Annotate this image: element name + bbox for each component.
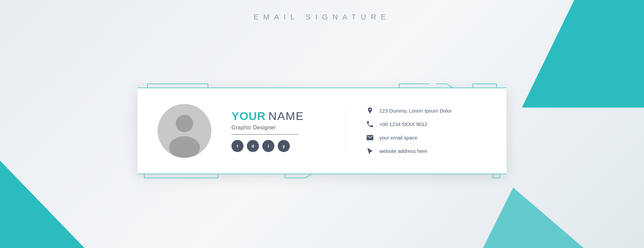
contact-website: website address here xyxy=(366,147,486,155)
top-border-decoration xyxy=(138,82,506,94)
email-icon xyxy=(366,133,374,141)
teal-shape-bottom-right xyxy=(483,188,584,248)
address-text: 123 Dummy, Lorem Ipsum Dolor xyxy=(379,108,452,114)
location-icon xyxy=(366,107,374,115)
social-dribbble-button[interactable]: d xyxy=(247,140,259,152)
phone-icon xyxy=(366,120,374,128)
vertical-divider xyxy=(345,109,346,153)
bottom-border-decoration xyxy=(138,168,506,180)
avatar-section xyxy=(158,104,211,158)
name-your: YOUR xyxy=(231,110,266,123)
svg-point-3 xyxy=(176,115,193,132)
social-icons: t d i y xyxy=(231,140,325,152)
social-twitter-button[interactable]: t xyxy=(231,140,244,152)
avatar xyxy=(158,104,211,158)
name-name: NAME xyxy=(268,110,304,123)
social-instagram-button[interactable]: i xyxy=(262,140,274,152)
card-inner: YOUR NAME Graphic Designer t d i y 1 xyxy=(138,88,506,174)
info-section: YOUR NAME Graphic Designer t d i y xyxy=(231,110,325,152)
phone-text: +00 1234 5XXX 9012 xyxy=(379,121,427,127)
cursor-icon xyxy=(366,147,374,155)
contact-phone: +00 1234 5XXX 9012 xyxy=(366,120,486,128)
website-text: website address here xyxy=(379,148,427,154)
contact-section: 123 Dummy, Lorem Ipsum Dolor +00 1234 5X… xyxy=(366,107,486,155)
email-text: your email space xyxy=(379,135,417,140)
page-title: EMAIL SIGNATURE xyxy=(254,13,390,22)
teal-shape-bottom xyxy=(0,161,141,248)
social-youtube-button[interactable]: y xyxy=(278,140,290,152)
contact-address: 123 Dummy, Lorem Ipsum Dolor xyxy=(366,107,486,115)
contact-email: your email space xyxy=(366,133,486,141)
job-title: Graphic Designer xyxy=(231,125,325,131)
name-divider xyxy=(231,134,299,135)
signature-card: YOUR NAME Graphic Designer t d i y 1 xyxy=(138,88,506,174)
avatar-silhouette-icon xyxy=(158,104,211,158)
name-line: YOUR NAME xyxy=(231,110,325,123)
